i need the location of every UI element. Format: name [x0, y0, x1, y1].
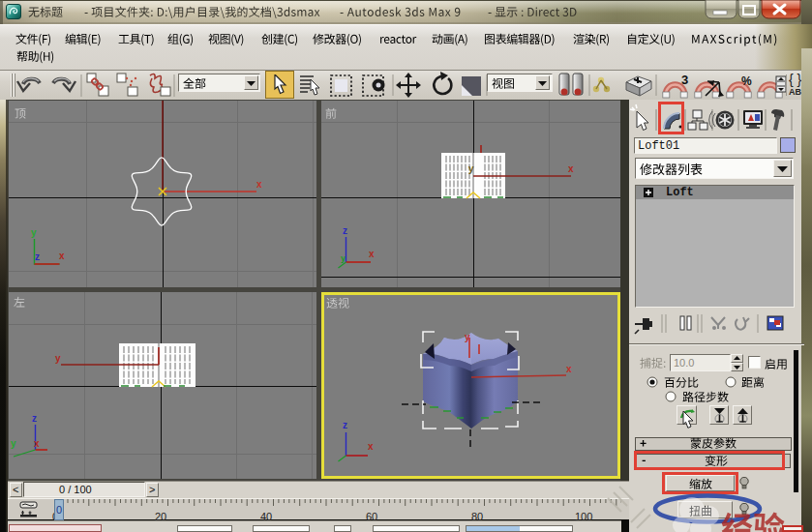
- svg-text:y: y: [31, 227, 37, 238]
- svg-text:y: y: [55, 353, 61, 364]
- svg-text:y: y: [341, 253, 346, 263]
- svg-text:y: y: [468, 163, 474, 174]
- svg-text:%: %: [741, 74, 752, 88]
- svg-text:z: z: [32, 413, 37, 424]
- svg-text:3: 3: [681, 73, 688, 87]
- svg-text:y: y: [11, 438, 16, 449]
- svg-text:z: z: [35, 251, 40, 262]
- svg-text:z: z: [343, 225, 347, 236]
- svg-text:x: x: [256, 179, 262, 190]
- svg-text:x: x: [59, 251, 65, 261]
- svg-text:x: x: [568, 163, 574, 174]
- svg-text:x: x: [369, 249, 375, 259]
- svg-text:x: x: [34, 438, 40, 449]
